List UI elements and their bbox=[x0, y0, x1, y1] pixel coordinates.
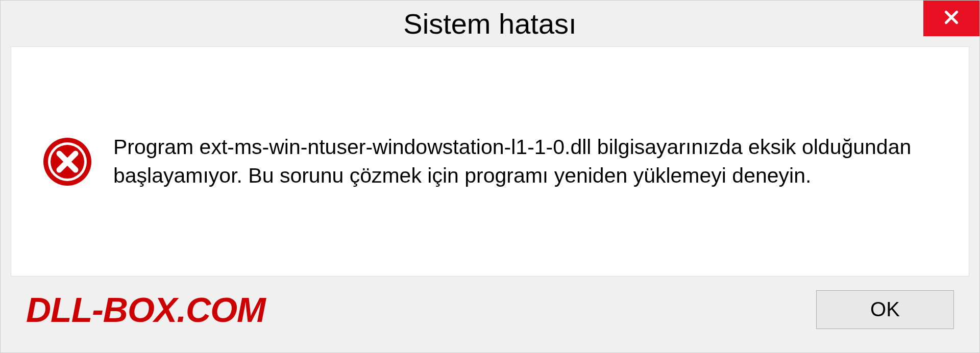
content-area: Program ext-ms-win-ntuser-windowstation-… bbox=[11, 46, 969, 276]
close-button[interactable] bbox=[923, 1, 979, 36]
ok-button[interactable]: OK bbox=[816, 290, 954, 329]
footer: DLL-BOX.COM OK bbox=[11, 276, 969, 342]
watermark-text: DLL-BOX.COM bbox=[26, 290, 265, 330]
dialog-title: Sistem hatası bbox=[403, 7, 576, 40]
close-icon bbox=[942, 8, 961, 29]
error-dialog: Sistem hatası Program ext-ms-win-ntuser-… bbox=[0, 0, 980, 353]
error-message: Program ext-ms-win-ntuser-windowstation-… bbox=[113, 133, 938, 190]
error-icon bbox=[42, 136, 93, 187]
titlebar: Sistem hatası bbox=[1, 1, 979, 46]
